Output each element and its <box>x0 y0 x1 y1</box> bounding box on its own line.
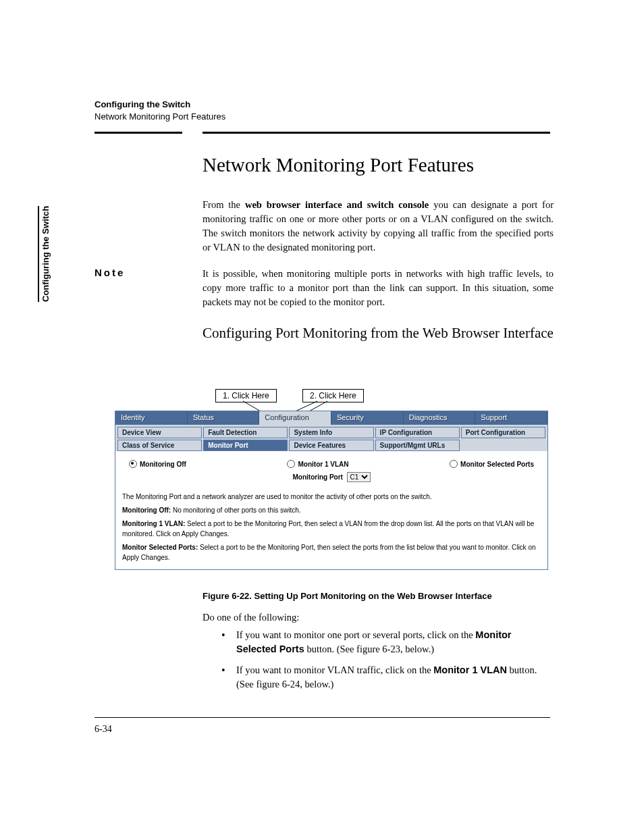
main-tabs: Identity Status Configuration Security D… <box>115 411 547 425</box>
running-header: Configuring the Switch Network Monitorin… <box>95 99 225 123</box>
header-subtitle: Network Monitoring Port Features <box>95 111 225 123</box>
monitoring-port-label: Monitoring Port <box>293 473 343 481</box>
page-number: 6-34 <box>95 724 112 735</box>
radio-monitoring-off[interactable]: Monitoring Off <box>129 460 186 468</box>
monitoring-port-row: Monitoring Port C1 <box>122 472 541 490</box>
subtab-monitor-port[interactable]: Monitor Port <box>203 440 288 451</box>
list-item: If you want to monitor VLAN traffic, cli… <box>221 663 552 692</box>
subtab-ip-configuration[interactable]: IP Configuration <box>375 427 460 438</box>
subtab-fault-detection[interactable]: Fault Detection <box>203 427 288 438</box>
tab-status[interactable]: Status <box>188 411 260 425</box>
header-title: Configuring the Switch <box>95 99 225 111</box>
list-item: If you want to monitor one port or sever… <box>221 628 552 656</box>
subtab-port-configuration[interactable]: Port Configuration <box>461 427 545 438</box>
do-one-of: Do one of the following: <box>203 612 554 623</box>
annotation-2: 2. Click Here <box>302 389 364 402</box>
switch-ui-figure: Identity Status Configuration Security D… <box>115 411 548 570</box>
header-rule-short <box>95 132 182 134</box>
note-label: Note <box>95 267 125 278</box>
tab-support[interactable]: Support <box>475 411 547 425</box>
radio-icon <box>287 460 295 468</box>
subtab-support-mgmt-urls[interactable]: Support/Mgmt URLs <box>375 440 460 451</box>
panel: Monitoring Off Monitor 1 VLAN Monitor Se… <box>115 452 547 569</box>
bullet-list: If you want to monitor one port or sever… <box>221 628 552 698</box>
tab-diagnostics[interactable]: Diagnostics <box>404 411 476 425</box>
subtab-system-info[interactable]: System Info <box>289 427 373 438</box>
annotation-1: 1. Click Here <box>215 389 277 402</box>
intro-lead: From the <box>203 199 245 210</box>
tab-security[interactable]: Security <box>331 411 404 425</box>
tab-configuration[interactable]: Configuration <box>259 411 331 425</box>
desc-intro: The Monitoring Port and a network analyz… <box>122 490 541 503</box>
note-body: It is possible, when monitoring multiple… <box>203 267 554 309</box>
radio-icon <box>450 460 458 468</box>
radio-monitor-selected-ports[interactable]: Monitor Selected Ports <box>450 460 534 468</box>
header-rule-long <box>203 132 550 134</box>
side-tab-label: Configuring the Switch <box>41 206 51 302</box>
section-subhead: Configuring Port Monitoring from the Web… <box>203 324 554 342</box>
desc-vlan: Monitoring 1 VLAN: Select a port to be t… <box>122 517 541 540</box>
intro-paragraph: From the web browser interface and switc… <box>203 198 554 255</box>
radio-monitor-1-vlan[interactable]: Monitor 1 VLAN <box>287 460 348 468</box>
page-title: Network Monitoring Port Features <box>203 154 474 176</box>
radio-row: Monitoring Off Monitor 1 VLAN Monitor Se… <box>122 458 541 472</box>
subtab-class-of-service[interactable]: Class of Service <box>117 440 202 451</box>
subtab-device-features[interactable]: Device Features <box>289 440 373 451</box>
desc-off: Monitoring Off: No monitoring of other p… <box>122 504 541 517</box>
monitoring-port-select[interactable]: C1 <box>347 472 371 482</box>
intro-bold: web browser interface and switch console <box>245 199 429 210</box>
tab-identity[interactable]: Identity <box>115 411 188 425</box>
footer-rule <box>95 717 550 718</box>
figure-caption: Figure 6-22. Setting Up Port Monitoring … <box>203 591 492 601</box>
subtab-device-view[interactable]: Device View <box>117 427 202 438</box>
sub-tabs: Device View Fault Detection System Info … <box>115 425 547 451</box>
radio-icon <box>129 460 137 468</box>
desc-sel: Monitor Selected Ports: Select a port to… <box>122 541 541 564</box>
